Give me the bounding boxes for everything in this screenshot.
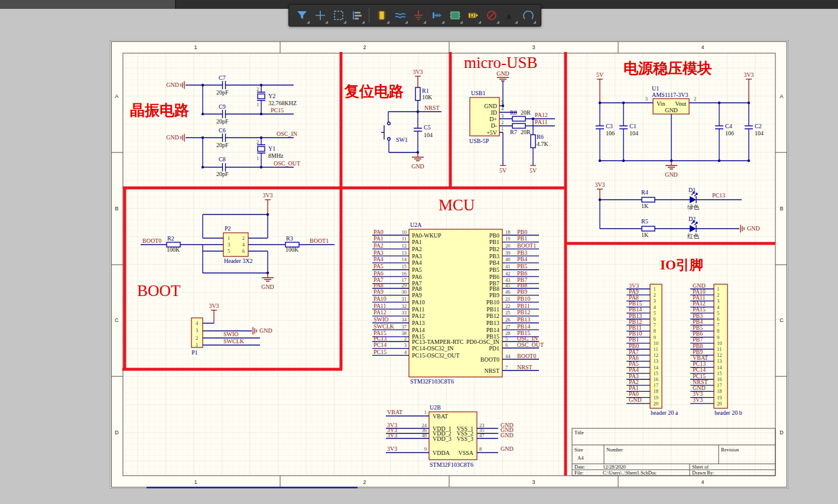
zone-label-bottom: 3	[532, 479, 535, 485]
svg-text:BOOT0: BOOT0	[517, 353, 536, 359]
svg-text:3V3: 3V3	[262, 192, 272, 199]
svg-text:10: 10	[717, 340, 722, 346]
section-title-crystal: 晶振电路	[130, 102, 189, 118]
zone-label-right: C	[779, 317, 784, 323]
titleblock-file-value: C:\Users\..\Sheet1.SchDoc	[603, 470, 657, 476]
svg-text:5: 5	[505, 336, 508, 342]
svg-text:PB3: PB3	[517, 249, 527, 256]
filter-icon[interactable]	[293, 6, 310, 24]
svg-text:3: 3	[196, 327, 198, 333]
svg-text:1: 1	[228, 235, 230, 241]
svg-text:39: 39	[505, 250, 511, 256]
svg-text:PB8: PB8	[489, 285, 499, 292]
svg-text:PD0-OSC_IN: PD0-OSC_IN	[466, 339, 499, 345]
svg-text:1: 1	[256, 102, 259, 108]
svg-text:PA5: PA5	[373, 263, 384, 269]
svg-text:C: C	[115, 317, 119, 323]
svg-text:16: 16	[402, 271, 407, 277]
svg-text:PA9: PA9	[373, 288, 384, 295]
svg-text:VBAT: VBAT	[387, 409, 402, 415]
svg-text:PB3: PB3	[489, 253, 499, 259]
svg-text:3V3: 3V3	[387, 446, 397, 452]
svg-text:PB6: PB6	[517, 270, 527, 277]
svg-text:PC13: PC13	[712, 192, 725, 199]
text-icon[interactable]: A	[501, 6, 518, 24]
svg-text:11: 11	[402, 236, 407, 242]
arc-icon[interactable]	[519, 6, 537, 24]
svg-text:PA13: PA13	[412, 320, 425, 326]
svg-text:44: 44	[505, 353, 511, 359]
svg-text:32.768KHZ: 32.768KHZ	[268, 100, 297, 106]
svg-text:C6: C6	[219, 127, 226, 134]
svg-text:Y2: Y2	[268, 93, 275, 99]
svg-text:30: 30	[402, 289, 407, 295]
svg-text:PB10: PB10	[486, 299, 499, 305]
svg-text:PB8: PB8	[517, 282, 527, 288]
svg-text:11: 11	[717, 346, 722, 352]
svg-text:C7: C7	[219, 74, 226, 81]
schematic-sheet[interactable]: 1234 1234 ABCD ABCD 晶振电路 复位电路 micro-USB …	[110, 40, 788, 489]
svg-text:12: 12	[717, 352, 722, 358]
svg-text:7: 7	[654, 322, 656, 328]
svg-text:GND: GND	[501, 446, 514, 452]
svg-text:6: 6	[654, 316, 656, 322]
svg-text:D-: D-	[491, 122, 497, 129]
selection-icon[interactable]	[330, 6, 347, 24]
svg-text:34: 34	[402, 317, 407, 323]
svg-text:PB14: PB14	[517, 323, 530, 330]
svg-text:GND: GND	[261, 284, 274, 290]
zone-label-left: C	[115, 317, 119, 323]
svg-text:D1: D1	[688, 187, 696, 193]
svg-text:3: 3	[645, 96, 648, 102]
zone-label-top: 2	[363, 44, 366, 50]
svg-text:GND: GND	[496, 70, 509, 77]
pin-icon[interactable]	[428, 6, 445, 24]
svg-text:PB9: PB9	[489, 292, 499, 298]
svg-text:13: 13	[717, 358, 722, 364]
svg-text:5: 5	[717, 310, 719, 316]
svg-text:46: 46	[505, 289, 511, 295]
svg-text:29: 29	[402, 282, 407, 288]
part-icon[interactable]	[373, 6, 390, 24]
svg-text:GND: GND	[259, 327, 272, 334]
svg-text:1: 1	[424, 409, 427, 415]
svg-text:GND: GND	[747, 225, 760, 232]
svg-text:10: 10	[654, 340, 659, 346]
svg-text:2: 2	[256, 86, 259, 92]
wire-icon[interactable]	[391, 6, 408, 24]
crosshair-icon[interactable]	[311, 6, 329, 24]
designator-icon[interactable]: D1	[465, 6, 482, 24]
svg-text:41: 41	[505, 264, 511, 269]
svg-text:20R: 20R	[521, 129, 531, 135]
svg-text:16: 16	[654, 376, 659, 382]
power-port-icon[interactable]	[410, 6, 427, 24]
header-pin-number: 1	[228, 235, 230, 241]
align-icon[interactable]	[348, 6, 365, 24]
svg-text:4: 4	[701, 44, 704, 50]
svg-text:11: 11	[654, 346, 658, 352]
svg-text:R1: R1	[422, 87, 429, 94]
titleblock-number-label: Number	[606, 447, 623, 453]
section-title-reset: 复位电路	[344, 83, 404, 99]
svg-text:header 20 a: header 20 a	[651, 409, 678, 416]
header-pin-number: 3	[228, 242, 230, 248]
svg-text:PB9: PB9	[517, 288, 527, 295]
svg-text:PA4: PA4	[373, 256, 384, 262]
svg-text:STM32F103C8T6: STM32F103C8T6	[410, 378, 454, 385]
zone-label-right: A	[779, 93, 783, 99]
svg-text:R2: R2	[167, 235, 174, 242]
zone-label-bottom: 4	[701, 479, 704, 485]
svg-text:21: 21	[505, 296, 511, 302]
svg-text:9: 9	[717, 334, 719, 340]
svg-text:SW1: SW1	[396, 136, 408, 143]
svg-text:13: 13	[654, 358, 659, 364]
svg-text:14: 14	[402, 256, 407, 262]
svg-text:PB4: PB4	[489, 259, 499, 266]
svg-text:2: 2	[196, 335, 198, 341]
svg-text:PB11: PB11	[486, 306, 499, 313]
svg-text:20: 20	[505, 243, 511, 249]
svg-text:C3: C3	[606, 123, 613, 129]
sheet-symbol-icon[interactable]	[446, 6, 463, 24]
svg-text:VSSA: VSSA	[458, 450, 473, 456]
no-erc-icon[interactable]	[483, 6, 500, 24]
